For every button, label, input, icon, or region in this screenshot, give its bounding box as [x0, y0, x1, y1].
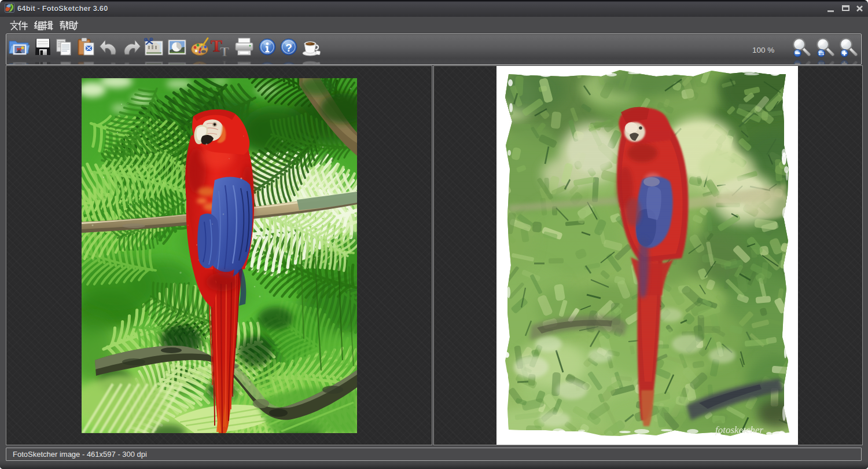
svg-text:?: ? — [285, 63, 292, 64]
svg-text:1:1: 1:1 — [818, 52, 824, 56]
svg-text:1:1: 1:1 — [818, 62, 824, 65]
svg-text:?: ? — [285, 42, 292, 54]
svg-text:fotosketcher: fotosketcher — [715, 424, 763, 435]
svg-text:T: T — [220, 44, 229, 59]
svg-text:T: T — [220, 58, 229, 64]
